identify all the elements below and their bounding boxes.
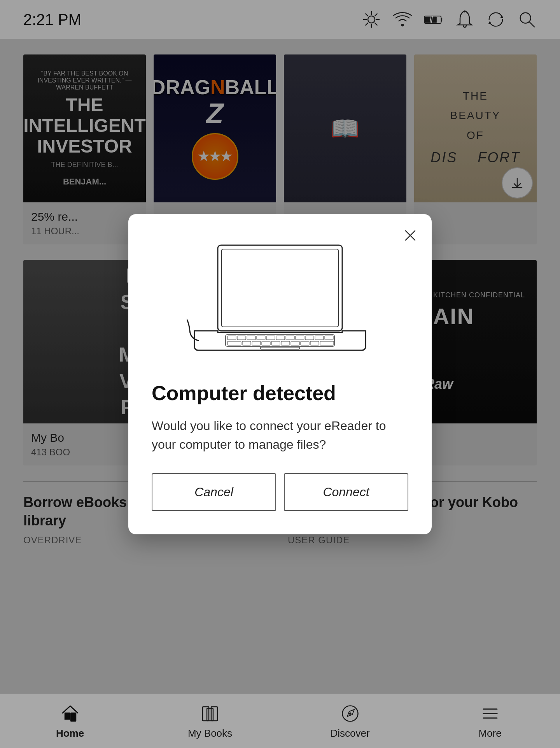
laptop-illustration bbox=[152, 237, 408, 362]
modal-overlay: Computer detected Would you like to conn… bbox=[0, 0, 560, 748]
svg-rect-32 bbox=[222, 249, 338, 327]
modal-computer-detected: Computer detected Would you like to conn… bbox=[128, 214, 432, 534]
modal-close-button[interactable] bbox=[401, 226, 420, 245]
modal-body: Would you like to connect your eReader t… bbox=[152, 416, 408, 454]
connect-button[interactable]: Connect bbox=[284, 473, 408, 511]
cancel-button[interactable]: Cancel bbox=[152, 473, 276, 511]
modal-title: Computer detected bbox=[152, 381, 408, 405]
modal-actions: Cancel Connect bbox=[152, 473, 408, 511]
